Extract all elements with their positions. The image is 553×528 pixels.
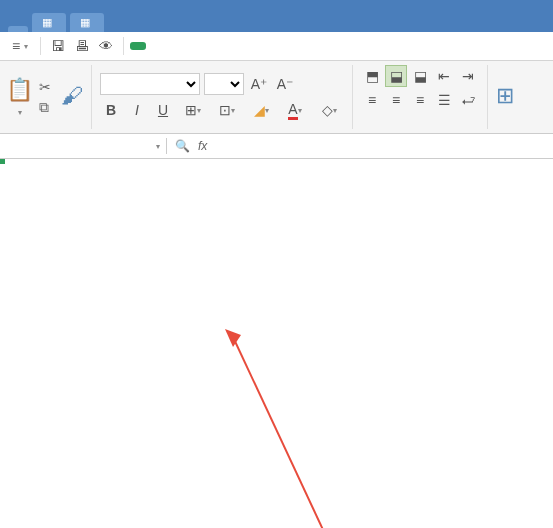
cell-style-button[interactable]: ⊡▾ bbox=[212, 99, 242, 121]
outdent-icon: ⇤ bbox=[438, 68, 450, 84]
font-increase-icon: A⁺ bbox=[251, 76, 267, 92]
name-box[interactable]: ▾ bbox=[14, 138, 167, 154]
doc-tab-1[interactable]: ▦ bbox=[32, 13, 66, 32]
table-icon: ⊡ bbox=[219, 102, 231, 118]
font-name-select[interactable] bbox=[100, 73, 200, 95]
svg-line-0 bbox=[233, 337, 360, 528]
bold-icon: B bbox=[106, 102, 116, 118]
align-left-icon: ≡ bbox=[368, 92, 376, 108]
increase-font-button[interactable]: A⁺ bbox=[248, 73, 270, 95]
italic-icon: I bbox=[135, 102, 139, 118]
align-bottom-button[interactable]: ⬓ bbox=[409, 65, 431, 87]
align-bottom-icon: ⬓ bbox=[414, 68, 427, 84]
indent-icon: ⇥ bbox=[462, 68, 474, 84]
justify-button[interactable]: ☰ bbox=[433, 89, 455, 111]
ribbon-tab-formula[interactable] bbox=[178, 42, 194, 50]
ribbon-tab-data[interactable] bbox=[194, 42, 210, 50]
ribbon-tab-view[interactable] bbox=[226, 42, 242, 50]
ribbon-tab-insert[interactable] bbox=[146, 42, 162, 50]
document-tabs: ▦ ▦ bbox=[0, 10, 553, 32]
separator bbox=[487, 65, 488, 129]
print-icon: 🖶 bbox=[75, 38, 89, 54]
excel-icon: ▦ bbox=[42, 16, 52, 29]
wrap-icon: ⮐ bbox=[461, 92, 475, 108]
font-size-select[interactable] bbox=[204, 73, 244, 95]
underline-button[interactable]: U bbox=[152, 99, 174, 121]
active-cell-cursor bbox=[0, 159, 4, 163]
justify-icon: ☰ bbox=[438, 92, 451, 108]
align-group: ⬒ ⬓ ⬓ ⇤ ⇥ ≡ ≡ ≡ ☰ ⮐ bbox=[361, 65, 479, 129]
increase-indent-button[interactable]: ⇥ bbox=[457, 65, 479, 87]
print-button[interactable]: 🖶 bbox=[71, 35, 93, 57]
decrease-font-button[interactable]: A⁻ bbox=[274, 73, 296, 95]
format-painter-group[interactable]: 🖌 bbox=[61, 65, 83, 129]
align-middle-button[interactable]: ⬓ bbox=[385, 65, 407, 87]
separator bbox=[40, 37, 41, 55]
border-button[interactable]: ⊞▾ bbox=[178, 99, 208, 121]
align-top-button[interactable]: ⬒ bbox=[361, 65, 383, 87]
ribbon-tab-security[interactable] bbox=[242, 42, 258, 50]
paste-label: ▾ bbox=[18, 105, 22, 117]
cut-button[interactable]: ✂ bbox=[39, 79, 55, 95]
align-top-icon: ⬒ bbox=[366, 68, 379, 84]
font-color-button[interactable]: A▾ bbox=[280, 99, 310, 121]
align-left-button[interactable]: ≡ bbox=[361, 89, 383, 111]
border-icon: ⊞ bbox=[185, 102, 197, 118]
chevron-down-icon: ▾ bbox=[24, 42, 28, 51]
doc-tab-home[interactable] bbox=[8, 26, 28, 32]
ribbon-tab-review[interactable] bbox=[210, 42, 226, 50]
align-center-icon: ≡ bbox=[392, 92, 400, 108]
ribbon-tab-start[interactable] bbox=[130, 42, 146, 50]
scissors-icon: ✂ bbox=[39, 79, 51, 95]
italic-button[interactable]: I bbox=[126, 99, 148, 121]
copy-button[interactable]: ⧉ bbox=[39, 99, 55, 116]
eraser-icon: ◇ bbox=[322, 102, 333, 118]
preview-button[interactable]: 👁 bbox=[95, 35, 117, 57]
ribbon-tabs bbox=[130, 42, 274, 50]
ribbon-toolbar: 📋 ▾ ✂ ⧉ 🖌 A⁺ A⁻ B I U ⊞▾ ⊡▾ ◢ bbox=[0, 61, 553, 134]
annotation-arrow bbox=[225, 329, 365, 528]
ribbon-tab-layout[interactable] bbox=[162, 42, 178, 50]
fill-color-button[interactable]: ◢▾ bbox=[246, 99, 276, 121]
title-bar bbox=[0, 0, 553, 10]
wrap-button[interactable]: ⮐ bbox=[457, 89, 479, 111]
excel-icon: ▦ bbox=[80, 16, 90, 29]
underline-icon: U bbox=[158, 102, 168, 118]
fx-icon[interactable]: fx bbox=[198, 139, 207, 153]
align-right-button[interactable]: ≡ bbox=[409, 89, 431, 111]
bold-button[interactable]: B bbox=[100, 99, 122, 121]
align-center-button[interactable]: ≡ bbox=[385, 89, 407, 111]
menu-bar: ≡ ▾ 🖫 🖶 👁 bbox=[0, 32, 553, 61]
clear-button[interactable]: ◇▾ bbox=[314, 99, 344, 121]
align-right-icon: ≡ bbox=[416, 92, 424, 108]
separator bbox=[352, 65, 353, 129]
copy-icon: ⧉ bbox=[39, 99, 49, 116]
font-color-icon: A bbox=[288, 101, 297, 120]
fill-icon: ◢ bbox=[254, 102, 265, 118]
brush-icon: 🖌 bbox=[61, 83, 83, 109]
formula-bar: ▾ 🔍 fx bbox=[0, 134, 553, 159]
merge-group[interactable]: ⊞ bbox=[496, 65, 514, 129]
preview-icon: 👁 bbox=[99, 38, 113, 54]
hamburger-icon: ≡ bbox=[12, 38, 20, 54]
name-box-input[interactable] bbox=[20, 138, 104, 154]
svg-marker-1 bbox=[225, 329, 241, 347]
doc-tab-2[interactable]: ▦ bbox=[70, 13, 104, 32]
spreadsheet-grid[interactable] bbox=[0, 159, 553, 528]
merge-icon: ⊞ bbox=[496, 83, 514, 109]
chevron-down-icon: ▾ bbox=[156, 142, 160, 151]
align-middle-icon: ⬓ bbox=[390, 68, 403, 84]
zoom-icon[interactable]: 🔍 bbox=[175, 139, 190, 153]
save-icon: 🖫 bbox=[51, 38, 65, 54]
save-button[interactable]: 🖫 bbox=[47, 35, 69, 57]
decrease-indent-button[interactable]: ⇤ bbox=[433, 65, 455, 87]
separator bbox=[123, 37, 124, 55]
separator bbox=[91, 65, 92, 129]
font-decrease-icon: A⁻ bbox=[277, 76, 293, 92]
paste-group: 📋 ▾ bbox=[6, 65, 33, 129]
ribbon-tab-dev[interactable] bbox=[258, 42, 274, 50]
paste-icon[interactable]: 📋 bbox=[6, 77, 33, 103]
file-menu[interactable]: ≡ ▾ bbox=[6, 35, 34, 57]
